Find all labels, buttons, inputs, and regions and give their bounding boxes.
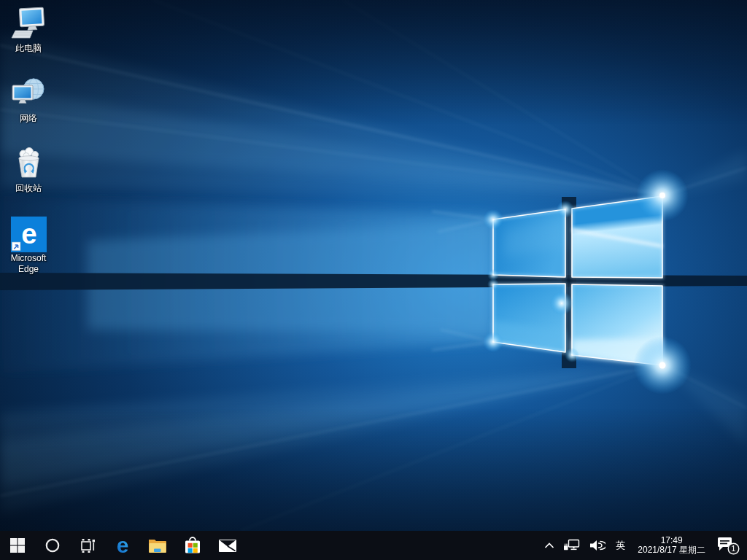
taskbar: e [0,531,747,560]
desktop-icon-label: Microsoft Edge [1,253,55,275]
desktop[interactable]: 此电脑 网络 [0,0,747,560]
chevron-up-icon [544,542,554,549]
taskbar-clock[interactable]: 17:49 2021/8/17 星期二 [631,536,712,555]
svg-text:e: e [21,218,36,249]
recycle-bin-icon [10,146,47,182]
desktop-icon-label: 回收站 [15,183,42,194]
mail-button[interactable] [210,531,245,560]
task-view-button[interactable] [70,531,105,560]
volume-tray-button[interactable] [585,531,610,560]
desktop-icon-this-pc[interactable]: 此电脑 [1,6,56,54]
action-center-button[interactable]: 1 [712,531,747,560]
tray-date: 2021/8/17 星期二 [638,545,705,555]
cortana-circle-icon [44,537,61,553]
desktop-icon-network[interactable]: 网络 [1,76,56,124]
ethernet-network-icon [563,539,581,552]
windows-logo-icon [10,538,25,553]
file-explorer-button[interactable] [140,531,175,560]
network-icon [10,76,47,112]
desktop-icon-microsoft-edge[interactable]: e Microsoft Edge [1,216,56,275]
show-hidden-icons-button[interactable] [540,531,559,560]
svg-text:e: e [117,535,129,556]
system-tray: 英 17:49 2021/8/17 星期二 1 [540,531,747,560]
folder-icon [148,537,167,553]
input-language-indicator[interactable]: 英 [610,531,631,560]
store-bag-icon [183,536,202,555]
speaker-volume-icon [589,539,605,552]
microsoft-store-button[interactable] [175,531,210,560]
desktop-icon-recycle-bin[interactable]: 回收站 [1,146,56,194]
edge-icon: e [112,535,133,556]
this-pc-icon [10,6,47,42]
desktop-icon-label: 此电脑 [15,43,42,54]
action-center-icon: 1 [716,535,740,556]
desktop-icon-label: 网络 [20,113,37,124]
cortana-search-button[interactable] [35,531,70,560]
start-button[interactable] [0,531,35,560]
edge-shortcut-icon: e [10,216,47,252]
windows-hero-wallpaper [0,0,747,560]
taskbar-buttons: e [0,531,245,560]
mail-envelope-icon [218,538,237,553]
network-tray-button[interactable] [559,531,585,560]
edge-taskbar-button[interactable]: e [105,531,140,560]
task-view-icon [79,537,96,554]
notification-count: 1 [732,544,736,553]
